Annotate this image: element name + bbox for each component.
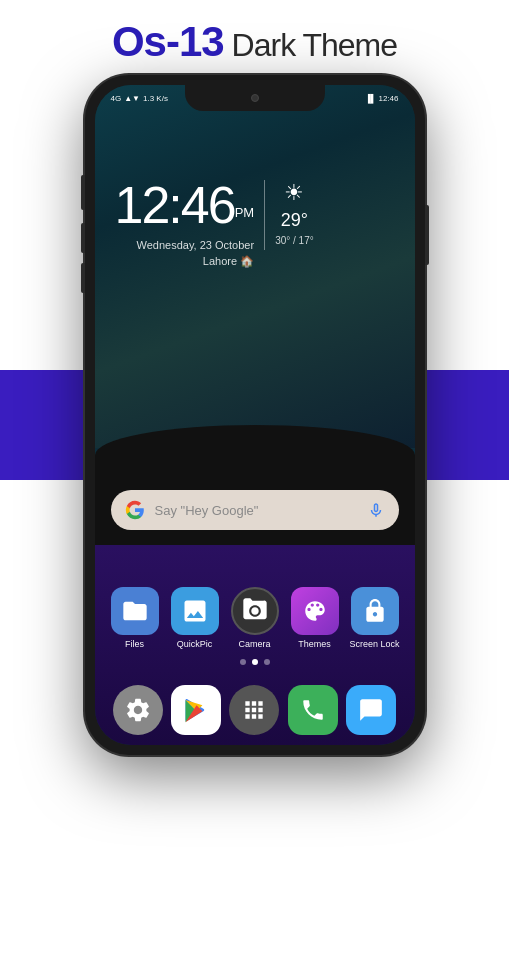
dock-playstore[interactable] — [171, 685, 221, 735]
page-header: Os-13 Dark Theme — [0, 0, 509, 76]
quickpic-label: QuickPic — [177, 639, 213, 650]
clock-left: 12:46PM Wednesday, 23 October Lahore 🏠 — [115, 175, 255, 268]
battery-icon: ▐▌ 12:46 — [365, 94, 399, 103]
weather-temp: 29° — [281, 210, 308, 231]
themes-icon — [291, 587, 339, 635]
search-bar[interactable]: Say "Hey Google" — [111, 490, 399, 530]
app-files[interactable]: Files — [108, 587, 162, 650]
screenlock-icon — [351, 587, 399, 635]
quickpic-icon — [171, 587, 219, 635]
signal-text: 4G — [111, 94, 122, 103]
weather-range: 30° / 17° — [275, 235, 314, 246]
camera-icon — [231, 587, 279, 635]
dock-phone[interactable] — [288, 685, 338, 735]
dot-2-active — [252, 659, 258, 665]
front-camera — [251, 94, 259, 102]
phone-frame: 4G ▲▼ 1.3 K/s ▐▌ 12:46 12:46PM — [85, 75, 425, 755]
phone-mockup: 4G ▲▼ 1.3 K/s ▐▌ 12:46 12:46PM — [85, 75, 425, 755]
app-screenlock[interactable]: Screen Lock — [348, 587, 402, 650]
camera-label: Camera — [238, 639, 270, 650]
title-light: Dark Theme — [224, 27, 397, 63]
clock-date: Wednesday, 23 October — [115, 239, 255, 251]
app-quickpic[interactable]: QuickPic — [168, 587, 222, 650]
app-title: Os-13 Dark Theme — [112, 18, 397, 65]
speed-text: 1.3 K/s — [143, 94, 168, 103]
clock-widget: 12:46PM Wednesday, 23 October Lahore 🏠 ☀… — [115, 175, 314, 268]
clock-time: 12:46 — [115, 176, 235, 234]
app-camera[interactable]: Camera — [228, 587, 282, 650]
wifi-icon: ▲▼ — [124, 94, 140, 103]
notch — [185, 85, 325, 111]
dot-3 — [264, 659, 270, 665]
clock-divider — [264, 180, 265, 250]
files-label: Files — [125, 639, 144, 650]
phone-screen: 4G ▲▼ 1.3 K/s ▐▌ 12:46 12:46PM — [95, 85, 415, 745]
weather-sun-icon: ☀ — [284, 180, 304, 206]
clock-location: Lahore 🏠 — [115, 255, 255, 268]
clock-time-display: 12:46PM — [115, 175, 255, 235]
dock-apps[interactable] — [229, 685, 279, 735]
search-placeholder: Say "Hey Google" — [155, 503, 357, 518]
clock-ampm: PM — [235, 205, 255, 220]
status-left: 4G ▲▼ 1.3 K/s — [111, 94, 168, 103]
themes-label: Themes — [298, 639, 331, 650]
files-icon — [111, 587, 159, 635]
dock-settings[interactable] — [113, 685, 163, 735]
dock — [95, 685, 415, 735]
dot-1 — [240, 659, 246, 665]
vol-up-button — [81, 223, 85, 253]
app-grid: Files QuickPic Camera — [95, 587, 415, 650]
screenlock-label: Screen Lock — [349, 639, 399, 650]
title-bold: Os-13 — [112, 18, 224, 65]
status-right: ▐▌ 12:46 — [365, 94, 399, 103]
google-icon — [125, 500, 145, 520]
vol-down-button — [81, 263, 85, 293]
weather-widget: ☀ 29° 30° / 17° — [275, 180, 314, 246]
dock-messages[interactable] — [346, 685, 396, 735]
page-dots — [95, 659, 415, 665]
mic-icon[interactable] — [367, 501, 385, 519]
app-themes[interactable]: Themes — [288, 587, 342, 650]
